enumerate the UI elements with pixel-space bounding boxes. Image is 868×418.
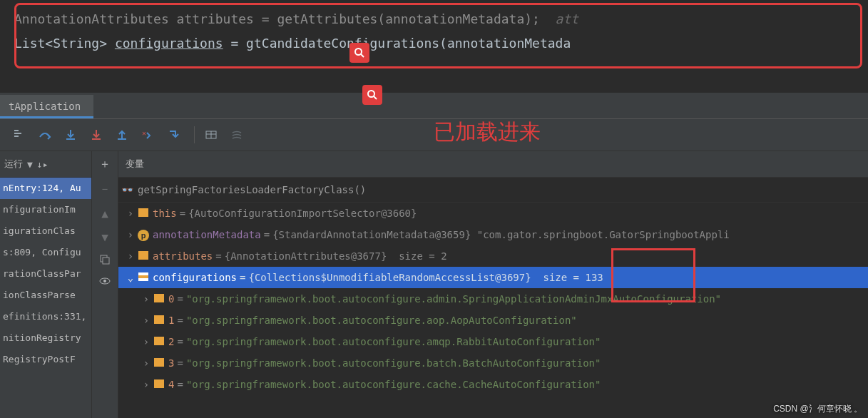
svg-rect-18: [103, 258, 109, 264]
svg-rect-4: [14, 130, 19, 131]
variable-row[interactable]: › p annotationMetadata={StandardAnnotati…: [118, 224, 868, 245]
frame-item[interactable]: ionClassParse: [0, 285, 91, 306]
field-icon: [153, 315, 165, 326]
show-watches-icon[interactable]: [99, 275, 111, 287]
editor-code-area: AnnotationAttributes attributes = getAtt…: [0, 0, 868, 93]
watch-expression[interactable]: 👓 getSpringFactoriesLoaderFactoryClass(): [118, 178, 868, 203]
svg-line-1: [361, 54, 364, 57]
svg-point-2: [368, 91, 374, 97]
step-over-icon[interactable]: [34, 124, 56, 146]
frame-item[interactable]: nitionRegistry: [0, 327, 91, 349]
variables-tree[interactable]: › this={AutoConfigurationImportSelector@…: [118, 203, 868, 418]
force-step-into-icon[interactable]: [86, 124, 107, 146]
frames-panel: 运行 ▼ ↓▸ nEntry:124, Au nfigurationIm igu…: [0, 151, 92, 418]
annotation-loaded-label: 已加载进来: [434, 118, 541, 147]
code-line-2: List<String> configurations = gtCandidat…: [14, 31, 854, 56]
frame-item[interactable]: nEntry:124, Au: [0, 178, 91, 199]
evaluate-expression-icon[interactable]: [200, 124, 222, 146]
watermark: CSDN @氵何章怀晓 。: [773, 403, 862, 415]
svg-rect-5: [14, 133, 21, 134]
variable-row[interactable]: ⌄ configurations={Collections$Unmodifiab…: [118, 267, 868, 288]
svg-point-20: [103, 280, 106, 282]
chevron-right-icon[interactable]: ›: [124, 250, 137, 262]
chevron-right-icon[interactable]: ›: [124, 208, 137, 219]
variables-side-toolbar: ＋ － ▲ ▼: [92, 151, 118, 418]
move-up-icon[interactable]: ▲: [101, 207, 108, 220]
frame-item[interactable]: nfigurationIm: [0, 199, 91, 220]
trace-current-stream-chain-icon[interactable]: [226, 124, 247, 146]
run-to-cursor-icon[interactable]: [163, 124, 184, 146]
search-icon[interactable]: [362, 85, 382, 105]
step-out-icon[interactable]: [111, 124, 133, 146]
variables-panel: 变量 👓 getSpringFactoriesLoaderFactoryClas…: [118, 151, 868, 418]
list-item[interactable]: › 1="org.springframework.boot.autoconfig…: [118, 310, 868, 331]
chevron-right-icon[interactable]: ›: [140, 315, 153, 326]
chevron-right-icon[interactable]: ›: [140, 336, 153, 347]
frame-item[interactable]: igurationClas: [0, 220, 91, 242]
variables-header: 变量: [118, 151, 868, 178]
variable-row[interactable]: › this={AutoConfigurationImportSelector@…: [118, 203, 868, 224]
frame-item[interactable]: rationClassPar: [0, 263, 91, 285]
svg-line-3: [374, 96, 377, 99]
remove-watch-icon[interactable]: －: [99, 182, 111, 197]
tab-application[interactable]: tApplication: [0, 95, 93, 118]
chevron-right-icon[interactable]: ›: [124, 229, 137, 240]
parameter-icon: p: [137, 229, 150, 241]
code-line-1: AnnotationAttributes attributes = getAtt…: [14, 7, 854, 31]
drop-frame-icon[interactable]: ✕: [137, 124, 158, 146]
move-down-icon[interactable]: ▼: [101, 230, 108, 244]
show-execution-point-icon[interactable]: [9, 124, 30, 146]
svg-point-0: [355, 49, 362, 55]
variable-row[interactable]: › attributes={AnnotationAttributes@3677}…: [118, 245, 868, 267]
duplicate-icon[interactable]: [99, 254, 111, 265]
step-into-icon[interactable]: [60, 124, 81, 146]
frame-item[interactable]: s:809, Configu: [0, 242, 91, 263]
frame-list[interactable]: nEntry:124, Au nfigurationIm igurationCl…: [0, 178, 91, 418]
search-icon[interactable]: [349, 43, 369, 63]
more-icon[interactable]: ↓▸: [37, 159, 48, 170]
list-item[interactable]: › 0="org.springframework.boot.autoconfig…: [118, 288, 868, 310]
list-item[interactable]: › 4="org.springframework.boot.autoconfig…: [118, 374, 868, 395]
field-icon: [153, 293, 165, 305]
field-icon: [137, 208, 150, 219]
glasses-icon: 👓: [121, 184, 133, 195]
frame-item[interactable]: RegistryPostF: [0, 349, 91, 370]
chevron-down-icon[interactable]: ⌄: [124, 272, 137, 283]
list-item[interactable]: › 2="org.springframework.boot.autoconfig…: [118, 331, 868, 352]
chevron-right-icon[interactable]: ›: [140, 357, 153, 369]
filter-icon[interactable]: ▼: [27, 159, 33, 170]
field-icon: [153, 379, 165, 390]
field-icon: [137, 272, 150, 283]
svg-rect-6: [14, 136, 19, 137]
chevron-right-icon[interactable]: ›: [140, 379, 153, 390]
field-icon: [137, 250, 150, 262]
svg-text:✕: ✕: [142, 129, 146, 137]
field-icon: [153, 336, 165, 347]
frames-header: 运行 ▼ ↓▸: [0, 151, 91, 178]
chevron-right-icon[interactable]: ›: [140, 293, 153, 305]
add-watch-icon[interactable]: ＋: [99, 157, 111, 172]
field-icon: [153, 357, 165, 369]
list-item[interactable]: › 3="org.springframework.boot.autoconfig…: [118, 352, 868, 374]
frame-item[interactable]: efinitions:331,: [0, 306, 91, 327]
debugger-tab-bar: tApplication: [0, 93, 868, 119]
